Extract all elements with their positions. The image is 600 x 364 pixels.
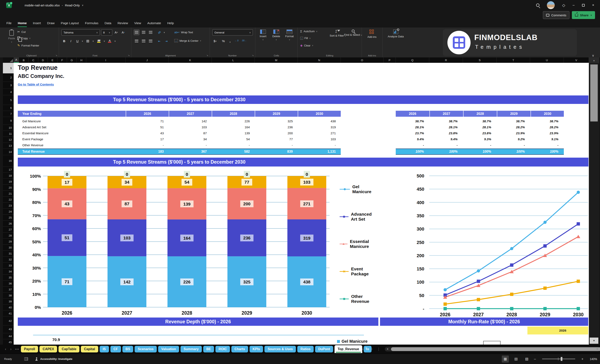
row-header-27[interactable]: 27 xyxy=(3,227,14,233)
align-right-icon[interactable] xyxy=(148,38,153,44)
page-break-view-icon[interactable]: ▧ xyxy=(523,355,530,363)
excel-app-icon[interactable]: X xyxy=(6,2,12,8)
tab-cf[interactable]: CF xyxy=(110,346,121,352)
clear-button[interactable]: ◈ Clear ∨ xyxy=(300,44,313,47)
row-header-7[interactable]: 7 xyxy=(3,111,14,117)
zoom-slider-knob[interactable] xyxy=(561,357,562,361)
page-layout-view-icon[interactable]: ▤ xyxy=(513,355,520,363)
row-header-14[interactable]: 14 xyxy=(3,149,14,155)
zoom-in-button[interactable]: + xyxy=(581,357,583,361)
percent-button[interactable]: % xyxy=(221,38,226,44)
clipboard-dialog-launcher[interactable]: ↘ xyxy=(56,54,57,56)
tab-top-revenue[interactable]: Top_Revenue xyxy=(335,345,362,353)
column-header-S[interactable]: S xyxy=(463,57,497,63)
increase-decimal-button[interactable]: ←.0 xyxy=(234,38,239,43)
orientation-chevron[interactable]: ∨ xyxy=(161,29,167,35)
column-header-C[interactable]: C xyxy=(28,57,38,63)
row-header-21[interactable]: 21 xyxy=(3,191,14,197)
insert-cells-button[interactable]: Insert ∨ xyxy=(257,29,269,41)
currency-button[interactable]: $ ∨ xyxy=(212,38,218,44)
row-header-3[interactable]: 3 xyxy=(3,82,14,89)
tab-ratios[interactable]: Ratios xyxy=(297,346,314,352)
underline-button[interactable]: U xyxy=(75,38,80,44)
tab-captable[interactable]: CapTable xyxy=(58,346,79,352)
row-header-45[interactable]: 45 xyxy=(3,339,14,345)
row-header-10[interactable]: 10 xyxy=(3,125,14,131)
menu-help[interactable]: Help xyxy=(164,20,177,26)
row-header-9[interactable]: 9 xyxy=(3,117,14,125)
search-icon[interactable] xyxy=(536,3,539,7)
row-header-25[interactable]: 25 xyxy=(3,215,14,221)
column-header-G[interactable]: G xyxy=(67,57,77,63)
decrease-indent-icon[interactable]: ⇤ xyxy=(157,38,162,44)
row-header-41[interactable]: 41 xyxy=(3,310,14,317)
fill-color-button[interactable] xyxy=(96,38,102,43)
number-format-select[interactable]: General ∨ xyxy=(212,29,253,36)
vertical-scrollbar[interactable]: ▲ ▼ xyxy=(589,57,599,345)
row-header-34[interactable]: 34 xyxy=(3,269,14,274)
row-header-40[interactable]: 40 xyxy=(3,304,14,310)
row-header-6[interactable]: 6 xyxy=(3,105,14,111)
minimize-button[interactable]: – xyxy=(573,3,575,7)
line-chart[interactable]: 50045040035030025020015010050-2026202720… xyxy=(407,168,589,318)
column-header-Q[interactable]: Q xyxy=(396,57,429,63)
row-header-1[interactable]: 1 xyxy=(3,63,14,73)
row-header-44[interactable]: 44 xyxy=(3,333,14,339)
row-header-22[interactable]: 22 xyxy=(3,197,14,203)
scroll-right-arrow[interactable]: ▶ xyxy=(597,348,598,350)
bold-button[interactable]: B xyxy=(61,38,67,44)
tabs-more-left-icon[interactable]: ••• xyxy=(13,348,21,351)
fill-color-chevron[interactable]: ∨ xyxy=(102,38,107,44)
menu-view[interactable]: View xyxy=(131,20,144,26)
align-center-icon[interactable] xyxy=(141,38,146,44)
macro-record-icon[interactable] xyxy=(24,357,28,361)
row-header-26[interactable]: 26 xyxy=(3,221,14,227)
align-left-icon[interactable] xyxy=(134,38,139,44)
borders-chevron[interactable]: ∨ xyxy=(90,38,96,44)
readonly-badge[interactable]: Read-Only xyxy=(65,3,80,7)
tab-is[interactable]: IS xyxy=(100,346,109,352)
row-header-19[interactable]: 19 xyxy=(3,179,14,185)
column-header-I[interactable]: I xyxy=(86,57,125,63)
row-header-12[interactable]: 12 xyxy=(3,137,14,143)
align-middle-icon[interactable] xyxy=(141,29,146,35)
row-header-42[interactable]: 42 xyxy=(3,317,14,325)
row-header-4[interactable]: 4 xyxy=(3,89,14,95)
tab-summary[interactable]: Summary xyxy=(180,346,202,352)
column-header-P[interactable]: P xyxy=(384,57,396,63)
row-header-13[interactable]: 13 xyxy=(3,143,14,149)
zoom-slider[interactable] xyxy=(542,359,575,359)
row-header-11[interactable]: 11 xyxy=(3,131,14,137)
accessibility-icon[interactable] xyxy=(35,357,38,361)
column-header-O[interactable]: O xyxy=(341,57,384,63)
legend-entry-other-revenue[interactable]: Other Revenue xyxy=(339,294,373,304)
collapse-ribbon-chevron[interactable]: ∨ xyxy=(592,54,594,57)
tab-dupont[interactable]: DuPont xyxy=(315,346,333,352)
underline-options-chevron[interactable]: ∨ xyxy=(80,38,85,44)
tab-capital[interactable]: Capital xyxy=(81,346,98,352)
menu-home[interactable]: Home xyxy=(15,20,30,26)
vertical-scroll-thumb[interactable] xyxy=(590,64,598,121)
column-header-B[interactable]: B xyxy=(19,57,28,63)
analyze-data-button[interactable]: Analyze Data xyxy=(387,29,404,38)
column-header-H[interactable]: H xyxy=(77,57,86,63)
comma-style-button[interactable]: , xyxy=(227,38,233,44)
row-header-37[interactable]: 37 xyxy=(3,287,14,292)
row-header-29[interactable]: 29 xyxy=(3,239,14,245)
column-header-D[interactable]: D xyxy=(38,57,48,63)
zoom-out-button[interactable]: – xyxy=(534,357,536,361)
share-button[interactable]: Share ∨ xyxy=(572,11,595,19)
align-bottom-icon[interactable] xyxy=(148,29,153,35)
avatar[interactable] xyxy=(547,1,555,9)
menu-formulas[interactable]: Formulas xyxy=(82,20,102,26)
menu-insert[interactable]: Insert xyxy=(30,20,44,26)
tab-roic[interactable]: ROIC xyxy=(216,346,230,352)
menu-draw[interactable]: Draw xyxy=(44,20,58,26)
row-header-20[interactable]: 20 xyxy=(3,185,14,191)
column-header-E[interactable]: E xyxy=(48,57,57,63)
tab-sources-uses[interactable]: Sources & Uses xyxy=(264,346,296,352)
tabs-scroll-right-icon[interactable]: › xyxy=(8,347,14,351)
copy-button[interactable]: Copy ∨ xyxy=(17,36,31,40)
horizontal-scrollbar[interactable]: ◀ ▶ xyxy=(385,347,600,351)
row-header-18[interactable]: 18 xyxy=(3,173,14,179)
